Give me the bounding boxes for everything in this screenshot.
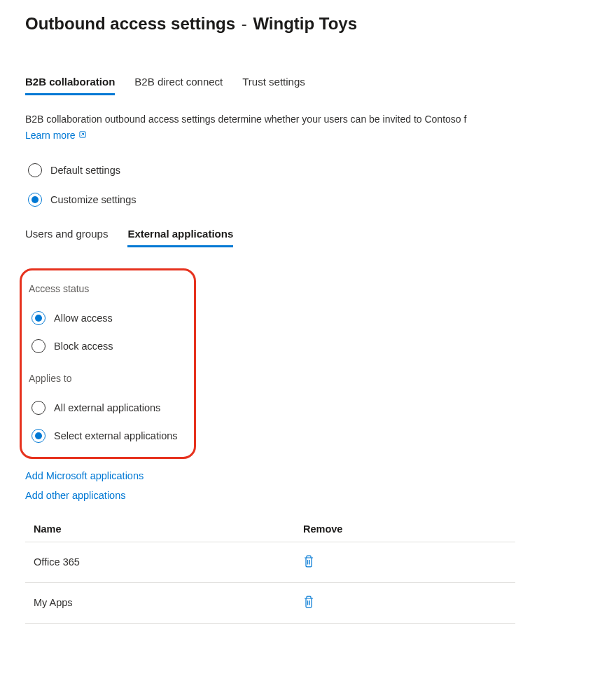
radio-select-external-applications[interactable]: Select external applications	[32, 429, 184, 443]
trash-icon	[303, 596, 314, 608]
subtab-users-and-groups[interactable]: Users and groups	[25, 228, 108, 247]
column-header-remove[interactable]: Remove	[295, 516, 515, 542]
learn-more-label: Learn more	[25, 130, 76, 141]
title-prefix: Outbound access settings	[25, 14, 235, 33]
radio-allow-access[interactable]: Allow access	[32, 311, 184, 325]
app-name-cell: My Apps	[25, 582, 295, 623]
delete-button[interactable]	[303, 555, 314, 568]
radio-icon	[32, 339, 46, 353]
radio-icon	[32, 429, 46, 443]
page-title: Outbound access settings - Wingtip Toys	[25, 14, 568, 34]
highlight-annotation: Access status Allow access Block access …	[20, 268, 196, 459]
organization-name: Wingtip Toys	[253, 14, 357, 33]
add-application-links: Add Microsoft applications Add other app…	[25, 470, 568, 501]
radio-icon	[32, 401, 46, 415]
access-status-group: Allow access Block access	[32, 311, 184, 353]
radio-block-access[interactable]: Block access	[32, 339, 184, 353]
learn-more-link[interactable]: Learn more	[25, 130, 87, 141]
table-row: My Apps	[25, 582, 515, 623]
add-other-applications-link[interactable]: Add other applications	[25, 490, 568, 501]
table-row: Office 365	[25, 542, 515, 582]
access-status-label: Access status	[29, 283, 184, 294]
radio-customize-settings[interactable]: Customize settings	[28, 193, 568, 207]
title-separator: -	[242, 14, 247, 33]
radio-label: Allow access	[54, 313, 113, 324]
description-text: B2B collaboration outbound access settin…	[25, 113, 568, 127]
external-link-icon	[78, 130, 87, 141]
delete-button[interactable]	[303, 596, 314, 608]
tab-label: Trust settings	[242, 76, 305, 88]
tab-label: B2B collaboration	[25, 76, 115, 88]
add-microsoft-applications-link[interactable]: Add Microsoft applications	[25, 470, 568, 481]
radio-icon	[28, 163, 42, 177]
radio-label: Customize settings	[50, 194, 137, 205]
applications-table: Name Remove Office 365 My Apps	[25, 516, 515, 624]
main-tabs: B2B collaboration B2B direct connect Tru…	[25, 76, 568, 96]
radio-label: Select external applications	[54, 430, 178, 441]
applies-to-label: Applies to	[29, 373, 184, 384]
radio-all-external-applications[interactable]: All external applications	[32, 401, 184, 415]
tab-b2b-collaboration[interactable]: B2B collaboration	[25, 76, 115, 95]
radio-default-settings[interactable]: Default settings	[28, 163, 568, 177]
subtab-label: Users and groups	[25, 228, 108, 240]
radio-label: All external applications	[54, 402, 160, 413]
radio-icon	[32, 311, 46, 325]
column-header-name[interactable]: Name	[25, 516, 295, 542]
radio-label: Default settings	[50, 165, 120, 176]
sub-tabs: Users and groups External applications	[25, 228, 568, 247]
radio-label: Block access	[54, 341, 113, 352]
subtab-label: External applications	[127, 228, 233, 240]
settings-mode-group: Default settings Customize settings	[28, 163, 568, 207]
subtab-external-applications[interactable]: External applications	[127, 228, 233, 247]
radio-icon	[28, 193, 42, 207]
tab-trust-settings[interactable]: Trust settings	[242, 76, 305, 95]
applies-to-group: All external applications Select externa…	[32, 401, 184, 443]
tab-b2b-direct-connect[interactable]: B2B direct connect	[134, 76, 223, 95]
trash-icon	[303, 555, 314, 568]
app-name-cell: Office 365	[25, 542, 295, 582]
tab-label: B2B direct connect	[134, 76, 223, 88]
